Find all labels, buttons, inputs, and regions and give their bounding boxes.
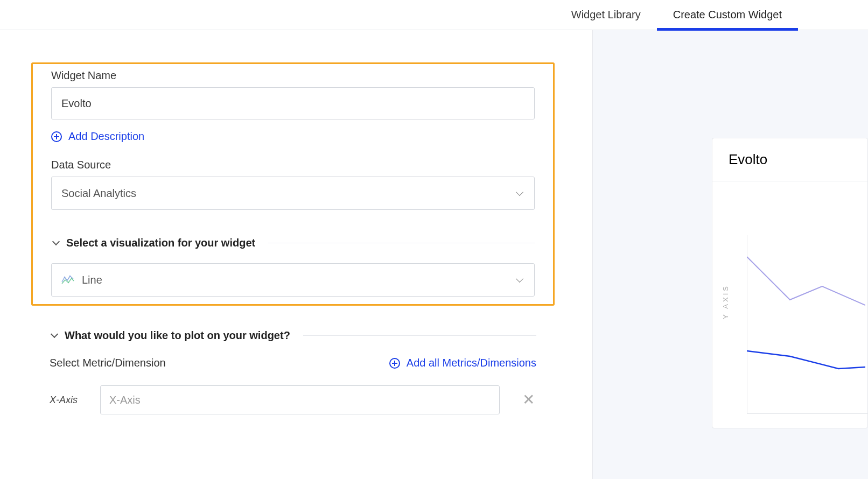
visualization-value: Line	[82, 274, 102, 286]
data-source-value: Social Analytics	[61, 187, 136, 200]
highlighted-section: Widget Name Add Description Data Source …	[31, 62, 555, 306]
section-divider	[268, 243, 535, 243]
visualization-section-header[interactable]: Select a visualization for your widget	[51, 237, 535, 249]
visualization-section-title: Select a visualization for your widget	[66, 237, 255, 249]
tab-create-custom-widget[interactable]: Create Custom Widget	[657, 9, 798, 30]
add-all-metrics-label: Add all Metrics/Dimensions	[407, 357, 536, 369]
plot-section-title: What would you like to plot on your widg…	[65, 329, 290, 342]
close-icon[interactable]: ✕	[520, 392, 536, 407]
y-axis-label: Y AXIS	[722, 284, 730, 319]
widget-name-label: Widget Name	[51, 69, 535, 82]
svg-point-1	[69, 276, 71, 277]
visualization-select[interactable]: Line	[51, 263, 535, 297]
main-area: Widget Name Add Description Data Source …	[0, 30, 868, 479]
chart-lines	[747, 246, 865, 386]
top-tabs: Widget Library Create Custom Widget	[0, 0, 868, 30]
data-source-label: Data Source	[51, 159, 535, 171]
svg-point-0	[64, 277, 66, 278]
select-metric-label: Select Metric/Dimension	[50, 357, 166, 369]
widget-name-input[interactable]	[51, 87, 535, 119]
add-description-label: Add Description	[68, 130, 144, 143]
x-axis-row: X-Axis ✕	[50, 385, 536, 414]
add-description-link[interactable]: Add Description	[51, 130, 535, 143]
plot-section-header[interactable]: What would you like to plot on your widg…	[31, 329, 555, 342]
tab-widget-library[interactable]: Widget Library	[555, 9, 657, 30]
svg-point-2	[68, 282, 69, 284]
data-source-select[interactable]: Social Analytics	[51, 177, 535, 210]
add-all-metrics-link[interactable]: Add all Metrics/Dimensions	[389, 357, 536, 369]
line-chart-icon	[61, 274, 74, 285]
x-axis-input[interactable]	[100, 385, 500, 414]
widget-form: Widget Name Add Description Data Source …	[0, 30, 592, 479]
preview-chart: Y AXIS	[712, 181, 867, 428]
preview-panel: Evolto Y AXIS	[592, 30, 868, 479]
plus-circle-icon	[389, 358, 400, 369]
section-divider	[303, 335, 536, 336]
plus-circle-icon	[51, 131, 62, 142]
metrics-row: Select Metric/Dimension Add all Metrics/…	[50, 357, 536, 369]
x-axis-label: X-Axis	[50, 395, 80, 406]
widget-preview-card: Evolto Y AXIS	[712, 138, 868, 428]
chevron-down-icon	[52, 237, 60, 245]
chevron-down-icon	[516, 188, 523, 196]
chevron-down-icon	[51, 330, 58, 337]
preview-title: Evolto	[712, 138, 867, 181]
chevron-down-icon	[516, 275, 523, 283]
chart-axis-line	[747, 413, 867, 414]
